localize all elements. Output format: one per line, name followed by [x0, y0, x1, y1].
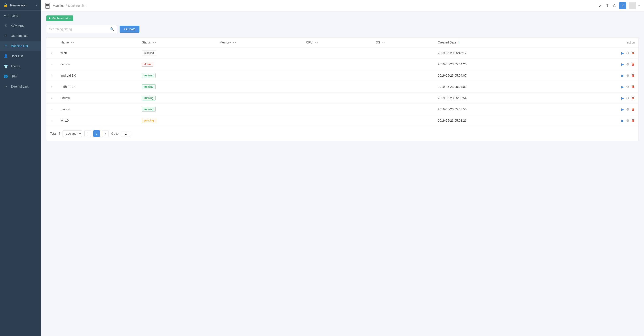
table-row: › centos down 2019-05-23 05:04:20 ▶ ⚙ 🗑 [46, 59, 638, 70]
status-badge: stopped [142, 50, 156, 55]
tab-label: Machine List [52, 16, 68, 20]
memory-cell [216, 115, 302, 126]
prev-page-button[interactable]: ‹ [84, 130, 91, 137]
col-expand [46, 37, 57, 47]
tab-dot [49, 17, 50, 19]
play-button[interactable]: ▶ [621, 73, 624, 78]
created-date-cell: 2019-05-23 05:03:50 [434, 104, 564, 115]
delete-button[interactable]: 🗑 [632, 51, 635, 55]
play-button[interactable]: ▶ [621, 107, 624, 111]
toolbar: 🔍 + Create [46, 25, 639, 33]
search-input[interactable] [49, 27, 110, 31]
play-button[interactable]: ▶ [621, 62, 624, 66]
sidebar-item-external-link[interactable]: ↗ External Link [0, 81, 41, 92]
tab-machine-list[interactable]: Machine List × [46, 15, 73, 21]
settings-button[interactable]: ⚙ [626, 119, 629, 123]
created-date-cell: 2019-05-29 05:45:12 [434, 47, 564, 59]
delete-button[interactable]: 🗑 [632, 85, 635, 89]
create-button[interactable]: + Create [120, 26, 140, 33]
delete-button[interactable]: 🗑 [632, 96, 635, 100]
col-status[interactable]: Status ▲▼ [138, 37, 216, 47]
os-cell [372, 70, 434, 81]
name-cell: centos [57, 59, 138, 70]
external-link-icon: ↗ [4, 84, 8, 88]
action-cell: ▶ ⚙ 🗑 [564, 104, 638, 115]
goto-input[interactable] [121, 131, 131, 136]
table-row: › android 8.0 running 2019-05-23 05:04:0… [46, 70, 638, 81]
settings-button[interactable]: ⚙ [626, 51, 629, 55]
name-cell: win10 [57, 115, 138, 126]
page-size-select[interactable]: 10/page 20/page 50/page [62, 130, 82, 137]
expand-cell: › [46, 104, 57, 115]
delete-button[interactable]: 🗑 [632, 119, 635, 122]
cpu-cell [302, 115, 372, 126]
created-date-cell: 2019-05-23 05:03:54 [434, 92, 564, 104]
row-expand-button[interactable]: › [50, 51, 54, 55]
search-icon[interactable]: 🔍 [110, 27, 114, 31]
font-size-button[interactable]: T [605, 3, 609, 9]
sidebar-item-icons[interactable]: 🏷 Icons [0, 10, 41, 20]
action-cell: ▶ ⚙ 🗑 [564, 115, 638, 126]
status-cell: pending [138, 115, 216, 126]
translate-button[interactable]: A [612, 3, 616, 9]
row-expand-button[interactable]: › [50, 73, 54, 77]
permission-label: Permission [10, 3, 34, 7]
status-badge: down [142, 62, 153, 67]
sidebar-item-theme[interactable]: 👕 Theme [0, 61, 41, 71]
action-cell: ▶ ⚙ 🗑 [564, 70, 638, 81]
created-date-cell: 2019-05-23 05:04:07 [434, 70, 564, 81]
row-expand-button[interactable]: › [50, 62, 54, 66]
avatar-dropdown-arrow[interactable]: ▾ [638, 4, 640, 7]
machine-table: Name ▲▼ Status ▲▼ Memory ▲▼ CPU ▲▼ OS ▲▼… [46, 37, 639, 141]
sidebar-item-kvm-args-label: KVM Args [10, 24, 24, 27]
settings-button[interactable]: ⚙ [626, 73, 629, 78]
play-button[interactable]: ▶ [621, 51, 624, 55]
status-cell: down [138, 59, 216, 70]
create-button-label: + Create [124, 27, 136, 31]
cpu-cell [302, 47, 372, 59]
page-1-button[interactable]: 1 [93, 130, 100, 137]
delete-button[interactable]: 🗑 [632, 62, 635, 66]
settings-button[interactable]: ⚙ [626, 85, 629, 89]
status-badge: running [142, 96, 156, 100]
row-expand-button[interactable]: › [50, 107, 54, 111]
user-list-icon: 👤 [4, 54, 8, 58]
tab-close-icon[interactable]: × [69, 17, 71, 20]
status-badge: running [142, 73, 156, 78]
fullscreen-button[interactable]: ⤢ [598, 2, 603, 9]
settings-button[interactable]: ⚙ [626, 96, 629, 100]
os-cell [372, 59, 434, 70]
sidebar-item-user-list[interactable]: 👤 User List [0, 51, 41, 61]
row-expand-button[interactable]: › [50, 85, 54, 89]
action-cell: ▶ ⚙ 🗑 [564, 59, 638, 70]
theme-icon: 👕 [4, 64, 8, 68]
settings-button[interactable]: ⚙ [626, 107, 629, 111]
sidebar-item-machine-list[interactable]: ☰ Machine List [0, 41, 41, 51]
sidebar-item-i18n[interactable]: 🌐 I18n [0, 71, 41, 81]
menu-toggle-button[interactable]: ☰ [45, 3, 50, 8]
sidebar-item-kvm-args[interactable]: ✉ KVM Args [0, 20, 41, 31]
sidebar-item-os-template[interactable]: ⊞ OS Template [0, 31, 41, 41]
permission-menu[interactable]: 🔒 Permission ▾ [0, 0, 41, 10]
delete-button[interactable]: 🗑 [632, 107, 635, 111]
col-created-date[interactable]: Created Date ▲ [434, 37, 564, 47]
col-cpu[interactable]: CPU ▲▼ [302, 37, 372, 47]
play-button[interactable]: ▶ [621, 96, 624, 100]
col-os[interactable]: OS ▲▼ [372, 37, 434, 47]
play-button[interactable]: ▶ [621, 119, 624, 123]
breadcrumb-root: Machine [53, 4, 64, 7]
col-memory[interactable]: Memory ▲▼ [216, 37, 302, 47]
play-button[interactable]: ▶ [621, 85, 624, 89]
col-name[interactable]: Name ▲▼ [57, 37, 138, 47]
avatar [629, 2, 636, 9]
pagination-total-count: 7 [59, 132, 60, 135]
check-button[interactable]: ✓ [619, 2, 626, 9]
name-cell: android 8.0 [57, 70, 138, 81]
next-page-button[interactable]: › [102, 130, 109, 137]
delete-button[interactable]: 🗑 [632, 73, 635, 77]
row-expand-button[interactable]: › [50, 119, 54, 122]
status-badge: running [142, 107, 156, 112]
sidebar-item-theme-label: Theme [10, 64, 20, 68]
settings-button[interactable]: ⚙ [626, 62, 629, 66]
row-expand-button[interactable]: › [50, 96, 54, 100]
